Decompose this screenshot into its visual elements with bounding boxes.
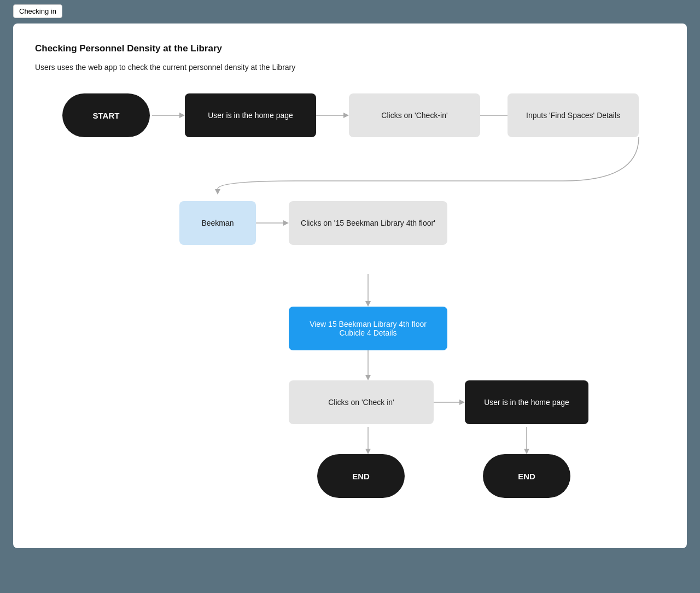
flow-diagram: START User is in the home page Clicks on…: [60, 93, 640, 509]
end-node-2: END: [483, 454, 570, 498]
beekman-library-node: Clicks on '15 Beekman Library 4th floor': [289, 201, 447, 245]
home-page-node-2: User is in the home page: [465, 380, 588, 424]
beekman-node: Beekman: [179, 201, 256, 245]
svg-marker-14: [459, 400, 465, 405]
home-page-node-1: User is in the home page: [185, 93, 316, 137]
svg-marker-12: [365, 375, 371, 380]
svg-marker-8: [283, 220, 289, 226]
svg-marker-10: [365, 301, 371, 307]
find-spaces-node: Inputs 'Find Spaces' Details: [508, 93, 639, 137]
svg-marker-3: [343, 113, 349, 118]
card-description: Users uses the web app to check the curr…: [35, 63, 665, 72]
svg-marker-1: [179, 113, 185, 118]
svg-marker-16: [365, 449, 371, 454]
checking-button[interactable]: Checking in: [13, 4, 62, 18]
svg-marker-18: [524, 449, 529, 454]
end-node-1: END: [317, 454, 405, 498]
view-details-node: View 15 Beekman Library 4th floor Cubicl…: [289, 307, 447, 350]
start-node: START: [62, 93, 150, 137]
top-bar: Checking in: [13, 4, 687, 18]
svg-marker-6: [215, 189, 220, 195]
check-in-click-node: Clicks on 'Check-in': [349, 93, 480, 137]
card-title: Checking Personnel Density at the Librar…: [35, 43, 665, 54]
check-in-click2-node: Clicks on 'Check in': [289, 380, 434, 424]
main-card: Checking Personnel Density at the Librar…: [13, 24, 687, 548]
